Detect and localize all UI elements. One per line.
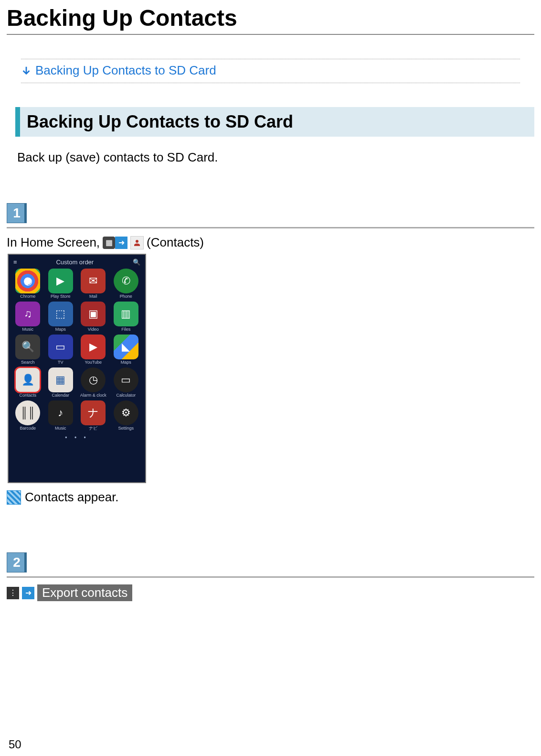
app-label: Chrome bbox=[20, 294, 35, 299]
app-icon: ◣ bbox=[114, 335, 138, 359]
app-icon: ▣ bbox=[81, 302, 106, 326]
app-label: Calculator bbox=[116, 393, 136, 398]
screenshot-home-screen: ≡ Custom order 🔍 ◐Chrome▶Play Store✉Mail… bbox=[8, 254, 146, 483]
app-music: ♪Music bbox=[45, 400, 76, 431]
step-2-instruction: ⋮ ➜ Export contacts bbox=[7, 584, 534, 601]
result-marker-icon bbox=[7, 490, 21, 505]
app-icon: ✉ bbox=[81, 269, 106, 293]
app-label: Mail bbox=[89, 294, 97, 299]
app-maps: ⬚Maps bbox=[45, 302, 76, 332]
app-label: Play Store bbox=[51, 294, 71, 299]
app-video: ▣Video bbox=[78, 302, 109, 332]
app-icon: ⚙ bbox=[114, 400, 138, 425]
app-icon: ▥ bbox=[114, 302, 138, 326]
step-2-divider bbox=[7, 576, 534, 578]
screenshot-title: Custom order bbox=[56, 259, 94, 266]
title-divider bbox=[7, 34, 534, 35]
app-icon: ▭ bbox=[114, 367, 138, 392]
app-label: Maps bbox=[55, 327, 66, 332]
app-label: Settings bbox=[118, 426, 134, 431]
app-label: Files bbox=[121, 327, 130, 332]
app-label: Maps bbox=[121, 360, 131, 365]
app-label: ナビ bbox=[89, 426, 97, 431]
app-calendar: ▦Calendar bbox=[45, 367, 76, 398]
step-1-instruction: In Home Screen, ▦ ➜ (Contacts) bbox=[7, 235, 534, 250]
app-label: Music bbox=[22, 327, 33, 332]
apps-grid-icon: ▦ bbox=[103, 237, 115, 249]
app-maps: ◣Maps bbox=[111, 335, 142, 365]
arrow-right-icon: ➜ bbox=[22, 587, 34, 599]
step-1-badge: 1 bbox=[7, 203, 27, 223]
app-music: ♫Music bbox=[12, 302, 43, 332]
app-files: ▥Files bbox=[111, 302, 142, 332]
section-heading: Backing Up Contacts to SD Card bbox=[15, 107, 534, 137]
app-label: Calendar bbox=[52, 393, 69, 398]
app-label: Music bbox=[55, 426, 66, 431]
app-icon: ⬚ bbox=[48, 302, 73, 326]
app-label: YouTube bbox=[85, 360, 102, 365]
app-icon: ナ bbox=[81, 400, 106, 425]
app--: ナナビ bbox=[78, 400, 109, 431]
toc-row: Backing Up Contacts to SD Card bbox=[21, 59, 520, 83]
section-intro: Back up (save) contacts to SD Card. bbox=[17, 150, 534, 165]
app-icon: ◐ bbox=[15, 269, 40, 293]
app-youtube: ▶YouTube bbox=[78, 335, 109, 365]
step-2-badge: 2 bbox=[7, 552, 27, 572]
step-1-result: Contacts appear. bbox=[7, 490, 534, 505]
app-alarm-clock: ◷Alarm & clock bbox=[78, 367, 109, 398]
app-label: Barcode bbox=[20, 426, 36, 431]
toc-link-backing-up[interactable]: Backing Up Contacts to SD Card bbox=[35, 63, 216, 78]
overflow-menu-icon: ⋮ bbox=[7, 587, 19, 599]
step-1-prefix: In Home Screen, bbox=[7, 235, 100, 250]
app-search: 🔍Search bbox=[12, 335, 43, 365]
contacts-icon bbox=[130, 236, 144, 249]
app-tv: ▭TV bbox=[45, 335, 76, 365]
app-label: Video bbox=[88, 327, 99, 332]
app-icon: ✆ bbox=[114, 269, 138, 293]
app-icon: ▶ bbox=[48, 269, 73, 293]
app-label: Alarm & clock bbox=[80, 393, 106, 398]
arrow-right-icon: ➜ bbox=[115, 237, 127, 249]
hamburger-icon: ≡ bbox=[13, 259, 17, 266]
app-icon: ▭ bbox=[48, 335, 73, 359]
app-chrome: ◐Chrome bbox=[12, 269, 43, 299]
app-contacts: 👤Contacts bbox=[12, 367, 43, 398]
app-settings: ⚙Settings bbox=[111, 400, 142, 431]
app-label: Search bbox=[21, 360, 35, 365]
app-barcode: ║║Barcode bbox=[12, 400, 43, 431]
app-icon: ▶ bbox=[81, 335, 106, 359]
app-icon: 🔍 bbox=[15, 335, 40, 359]
down-arrow-icon bbox=[21, 65, 32, 76]
step-1-divider bbox=[7, 227, 534, 228]
search-icon: 🔍 bbox=[133, 259, 140, 266]
app-icon: ♫ bbox=[15, 302, 40, 326]
export-contacts-label: Export contacts bbox=[37, 584, 132, 601]
step-1-suffix: (Contacts) bbox=[147, 235, 204, 250]
app-icon: 👤 bbox=[15, 367, 40, 392]
app-calculator: ▭Calculator bbox=[111, 367, 142, 398]
app-icon: ║║ bbox=[15, 400, 40, 425]
app-icon: ▦ bbox=[48, 367, 73, 392]
app-icon: ♪ bbox=[48, 400, 73, 425]
apps-then-arrow-icon: ▦ ➜ bbox=[103, 237, 127, 249]
app-phone: ✆Phone bbox=[111, 269, 142, 299]
app-label: TV bbox=[58, 360, 64, 365]
page-number: 50 bbox=[9, 738, 21, 751]
app-mail: ✉Mail bbox=[78, 269, 109, 299]
app-label: Contacts bbox=[19, 393, 36, 398]
app-label: Phone bbox=[120, 294, 132, 299]
app-icon: ◷ bbox=[81, 367, 106, 392]
page-indicator-dots: • • • bbox=[11, 434, 142, 441]
app-play-store: ▶Play Store bbox=[45, 269, 76, 299]
page-title: Backing Up Contacts bbox=[7, 5, 534, 31]
step-1-result-text: Contacts appear. bbox=[25, 490, 119, 505]
